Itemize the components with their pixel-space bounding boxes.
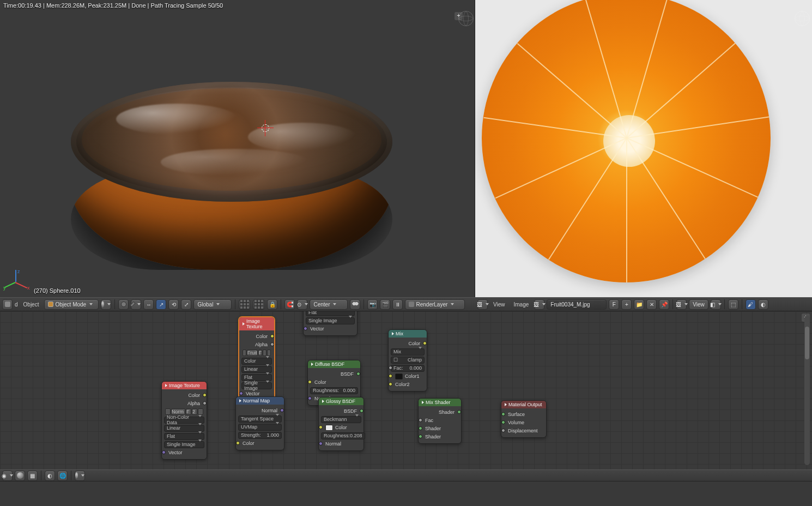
transform-orientation[interactable]: Global (193, 299, 232, 310)
translate-manip[interactable]: ↗ (156, 299, 166, 310)
cursor-3d-icon (260, 123, 270, 133)
render-anim-icon[interactable]: 🎬 (380, 299, 390, 310)
viewport-3d[interactable]: Time:00:19.43 | Mem:228.26M, Peak:231.25… (0, 0, 475, 297)
active-object-label: (270) Sphere.010 (34, 287, 81, 294)
node-title[interactable]: Glossy BSDF (319, 397, 363, 405)
viewport-header: d Object Object Mode ↔ ↗ ⟲ ⤢ Global 🔒 🧲 … (0, 297, 475, 311)
lock-layers-icon[interactable]: 🔒 (267, 299, 277, 310)
node-image-texture[interactable]: Image Texture Color Alpha NormF2 Non-Col… (161, 381, 207, 460)
snap-element[interactable]: ⊙ (297, 299, 307, 310)
shader-type-icon[interactable] (15, 471, 25, 481)
unlink-image-icon[interactable]: ✕ (646, 299, 657, 310)
node-title[interactable]: Image Texture (239, 317, 274, 330)
scale-manip[interactable]: ⤢ (181, 299, 191, 310)
colorspace-field[interactable]: Color (241, 358, 272, 365)
node-title[interactable]: Image Texture (162, 382, 207, 389)
color1-swatch[interactable] (395, 374, 403, 380)
interpolation-field[interactable]: Linear (241, 366, 272, 373)
mask-mode-icon[interactable]: ◐ (758, 299, 768, 310)
view-mode-icon[interactable]: 🖼 (676, 299, 687, 310)
view-gyro-icon[interactable] (458, 11, 474, 26)
node-title[interactable]: Diffuse BSDF (308, 360, 360, 368)
menu-object[interactable]: Object (23, 302, 39, 308)
render-stats-text: Time:00:19.43 | Mem:228.26M, Peak:231.25… (3, 2, 223, 9)
roughness-field[interactable]: Roughness:0.208 (321, 432, 365, 439)
node-title[interactable]: Mix (389, 330, 427, 338)
pin-icon[interactable]: 📌 (659, 299, 669, 310)
strength-field[interactable]: Strength:1.000 (238, 432, 282, 439)
pivot-icon[interactable] (118, 299, 129, 310)
color-swatch[interactable] (325, 425, 333, 431)
node-image-texture-partial[interactable]: Non-Color Data Linear Flat Single Image … (303, 311, 357, 336)
material-browse-icon[interactable] (75, 471, 85, 481)
paint-mode-icon[interactable]: 🖌 (746, 299, 756, 310)
layers-left[interactable] (239, 299, 251, 310)
snap-target[interactable]: Center (310, 299, 348, 310)
new-image-icon[interactable]: + (621, 299, 632, 310)
editor-type-icon[interactable]: ◉ (2, 471, 13, 481)
mode-d-label: d (15, 302, 18, 308)
image-browse-row[interactable]: FruitF (241, 350, 272, 357)
node-title[interactable]: Mix Shader (419, 399, 461, 406)
snap-align-rotation-icon[interactable] (350, 299, 360, 310)
view-gyro-icon[interactable] (795, 11, 810, 26)
node-material-output[interactable]: Material Output Surface Volume Displacem… (501, 400, 547, 438)
rotate-manip[interactable]: ⟲ (168, 299, 179, 310)
render-layer-selector[interactable]: RenderLayer (405, 299, 465, 310)
world-shader-icon[interactable]: 🌐 (57, 471, 68, 481)
node-title[interactable]: Normal Map (236, 397, 284, 405)
menu-view[interactable]: View (493, 302, 505, 308)
menu-image[interactable]: Image (514, 302, 529, 308)
axis-gizmo: z x y (5, 270, 27, 292)
node-mix-shader[interactable]: Mix Shader Shader Fac Shader Shader (418, 398, 462, 444)
editor-type-icon[interactable] (2, 299, 13, 310)
node-editor[interactable]: + Non-Color Data Linear Flat Single Imag… (0, 311, 812, 469)
scrollbar-vertical[interactable] (804, 316, 810, 465)
node-title[interactable]: Material Output (501, 401, 546, 408)
rendered-object (33, 33, 425, 284)
node-normal-map[interactable]: Normal Map Normal Tangent Space UVMap St… (235, 396, 284, 450)
node-mix-rgb[interactable]: Mix Color Mix ☐Clamp Fac:0.000 Color1 Co… (388, 329, 427, 391)
node-glossy-bsdf[interactable]: Glossy BSDF BSDF Beckmann Color Roughnes… (318, 397, 364, 451)
node-editor-header: ◉ ▦ ◐ 🌐 (0, 469, 812, 481)
mode-selector[interactable]: Object Mode (44, 299, 99, 310)
fake-user-button[interactable]: F (609, 299, 619, 310)
shading-mode-button[interactable] (101, 299, 111, 310)
roughness-field[interactable]: Roughness:0.000 (310, 387, 358, 394)
image-editor-header: 🖼 View Image 🖼 Fruit0034_M.jpg F + 📁 ✕ 📌… (475, 297, 812, 311)
pause-render-icon[interactable]: ⏸ (392, 299, 403, 310)
uv-select-sync-icon[interactable]: ⬚ (728, 299, 738, 310)
object-shader-icon[interactable]: ◐ (45, 471, 55, 481)
pivot-dropdown[interactable] (131, 299, 141, 310)
image-browse-icon[interactable]: 🖼 (534, 299, 544, 310)
view-channels-button[interactable]: View (689, 299, 708, 310)
compositor-type-icon[interactable]: ▦ (27, 471, 38, 481)
editor-type-icon[interactable]: 🖼 (477, 299, 488, 310)
open-image-icon[interactable]: 📁 (634, 299, 644, 310)
extension-field[interactable]: Single Image (241, 382, 272, 389)
render-image-icon[interactable]: 📷 (367, 299, 378, 310)
reference-image (482, 0, 771, 282)
clamp-toggle[interactable]: ☐Clamp (391, 357, 425, 364)
manipulator-toggle[interactable]: ↔ (143, 299, 154, 310)
layers-right[interactable] (253, 299, 265, 310)
image-name-field[interactable]: Fruit0034_M.jpg (547, 299, 607, 310)
fac-field[interactable]: Fac:0.000 (391, 365, 425, 372)
image-editor-viewport[interactable] (475, 0, 812, 297)
node-image-texture-selected[interactable]: Image Texture Color Alpha FruitF Color L… (239, 317, 275, 401)
snap-toggle-icon[interactable]: 🧲 (284, 299, 295, 310)
draw-channels[interactable]: ◧ (711, 299, 721, 310)
